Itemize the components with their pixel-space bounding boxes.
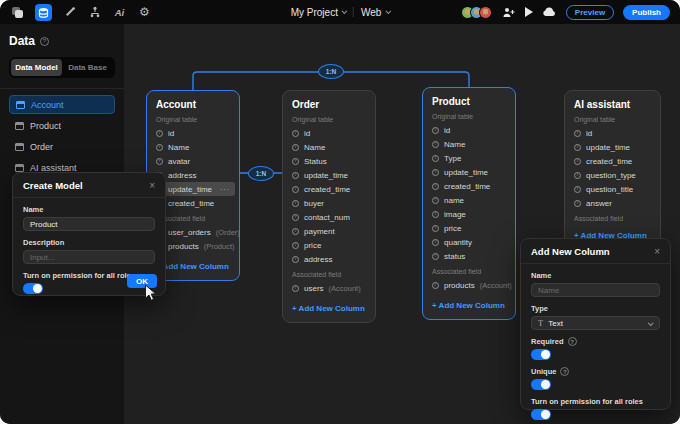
design-tool-icon[interactable] xyxy=(62,5,77,20)
model-name-input[interactable]: Product xyxy=(23,217,155,231)
field-row-question_title[interactable]: question_title xyxy=(574,182,651,196)
add-new-column-button[interactable]: + Add New Column xyxy=(292,304,366,313)
close-icon[interactable]: × xyxy=(149,181,155,191)
preview-button[interactable]: Preview xyxy=(566,5,614,20)
column-type-select[interactable]: T Text xyxy=(531,316,660,330)
field-row-Name[interactable]: Name xyxy=(432,137,506,151)
field-row-update_time[interactable]: update_time xyxy=(432,165,506,179)
field-row-update_time[interactable]: update_time xyxy=(292,168,366,182)
permission-toggle[interactable] xyxy=(531,409,551,420)
assoc-ref: (Product) xyxy=(204,242,235,251)
field-name: update_time xyxy=(304,171,348,180)
data-tool-icon[interactable] xyxy=(35,4,52,21)
field-row-name[interactable]: name xyxy=(432,193,506,207)
app-logo-icon[interactable] xyxy=(10,5,25,20)
column-name-input[interactable]: Name xyxy=(531,283,660,297)
field-row-payment[interactable]: payment xyxy=(292,224,366,238)
field-row-status[interactable]: status xyxy=(432,249,506,263)
field-row-price[interactable]: price xyxy=(432,221,506,235)
help-icon[interactable]: ? xyxy=(560,367,569,376)
ok-button[interactable]: OK xyxy=(127,274,157,288)
field-name: question_type xyxy=(586,171,636,180)
field-row-price[interactable]: price xyxy=(292,238,366,252)
relation-badge[interactable]: 1:N xyxy=(318,64,344,79)
close-icon[interactable]: × xyxy=(654,247,660,257)
assoc-row-user_orders[interactable]: user_orders(Order) xyxy=(156,225,230,239)
field-row-Status[interactable]: Status xyxy=(292,154,366,168)
platform-switcher[interactable]: Web xyxy=(361,7,389,18)
field-row-address[interactable]: address xyxy=(156,168,230,182)
field-row-contact_num[interactable]: contact_num xyxy=(292,210,366,224)
chevron-down-icon xyxy=(648,320,654,326)
tab-data-model[interactable]: Data Model xyxy=(11,59,62,76)
field-row-Name[interactable]: Name xyxy=(292,140,366,154)
field-row-created_time[interactable]: created_time xyxy=(292,182,366,196)
assoc-row-products[interactable]: products(Account) xyxy=(432,278,506,292)
settings-gear-icon[interactable]: ⚙ xyxy=(137,5,152,20)
field-name: question_title xyxy=(586,185,633,194)
field-type-icon xyxy=(574,130,581,137)
field-row-created_time[interactable]: created_time xyxy=(574,154,651,168)
create-model-dialog: Create Model × Name Product Description … xyxy=(12,172,166,296)
field-row-id[interactable]: id xyxy=(292,126,366,140)
field-type-icon xyxy=(432,155,439,162)
model-description-input[interactable]: Input... xyxy=(23,250,155,264)
project-switcher[interactable]: My Project xyxy=(291,7,346,18)
top-bar: Ai ⚙ My Project Web Pre xyxy=(0,0,680,24)
tab-data-base[interactable]: Data Base xyxy=(62,59,113,76)
field-row-question_type[interactable]: question_type xyxy=(574,168,651,182)
field-row-Type[interactable]: Type xyxy=(432,151,506,165)
field-row-id[interactable]: id xyxy=(574,126,651,140)
field-type-icon xyxy=(292,256,299,263)
table-icon xyxy=(15,122,24,130)
required-toggle[interactable] xyxy=(531,349,551,360)
assoc-row-products[interactable]: products(Product) xyxy=(156,239,230,253)
field-row-id[interactable]: id xyxy=(156,126,230,140)
field-row-created_time[interactable]: created_time xyxy=(156,196,230,210)
table-card-order[interactable]: OrderOriginal tableidNameStatusupdate_ti… xyxy=(282,90,376,323)
publish-button[interactable]: Publish xyxy=(623,5,670,20)
field-row-buyer[interactable]: buyer xyxy=(292,196,366,210)
field-row-avatar[interactable]: avatar xyxy=(156,154,230,168)
table-card-ai-assistant[interactable]: AI assistantOriginal tableidupdate_timec… xyxy=(564,90,661,250)
invite-user-icon[interactable] xyxy=(501,5,516,20)
field-row-image[interactable]: image xyxy=(432,207,506,221)
field-name: contact_num xyxy=(304,213,350,222)
section-label-original: Original table xyxy=(432,113,506,120)
relation-badge[interactable]: 1:N xyxy=(248,166,274,181)
table-title: Order xyxy=(292,99,366,110)
collaborator-avatars[interactable] xyxy=(461,6,492,19)
field-row-answer[interactable]: answer xyxy=(574,196,651,210)
field-row-quantity[interactable]: quantity xyxy=(432,235,506,249)
add-new-column-button[interactable]: + Add New Column xyxy=(156,262,230,271)
field-type-icon xyxy=(432,282,439,289)
permission-toggle[interactable] xyxy=(23,283,43,294)
field-name: update_time xyxy=(168,185,212,194)
assoc-row-users[interactable]: users(Account) xyxy=(292,281,366,295)
assoc-name: products xyxy=(168,242,199,251)
field-row-id[interactable]: id xyxy=(432,123,506,137)
sidebar-item-account[interactable]: Account xyxy=(9,95,115,114)
sidebar-item-order[interactable]: Order xyxy=(9,137,115,156)
field-row-Name[interactable]: Name xyxy=(156,140,230,154)
add-new-column-button[interactable]: + Add New Column xyxy=(432,301,506,310)
field-name: status xyxy=(444,252,465,261)
field-menu-icon[interactable]: ··· xyxy=(220,186,230,193)
field-name: buyer xyxy=(304,199,324,208)
field-row-created_time[interactable]: created_time xyxy=(432,179,506,193)
unique-label: Unique ? xyxy=(531,367,660,376)
sidebar-item-product[interactable]: Product xyxy=(9,116,115,135)
field-row-address[interactable]: address xyxy=(292,252,366,266)
unique-toggle[interactable] xyxy=(531,379,551,390)
help-icon[interactable]: ? xyxy=(568,337,577,346)
run-play-icon[interactable] xyxy=(525,7,533,17)
table-card-product[interactable]: ProductOriginal tableidNameTypeupdate_ti… xyxy=(422,87,516,320)
ai-tool-icon[interactable]: Ai xyxy=(112,5,127,20)
field-type-icon xyxy=(292,144,299,151)
cloud-icon[interactable] xyxy=(542,5,557,20)
field-row-update_time[interactable]: update_time xyxy=(574,140,651,154)
avatar[interactable] xyxy=(479,6,492,19)
model-list: AccountProductOrderAI assistant xyxy=(9,95,115,177)
help-icon[interactable]: ? xyxy=(40,37,49,46)
logic-flow-icon[interactable] xyxy=(87,5,102,20)
